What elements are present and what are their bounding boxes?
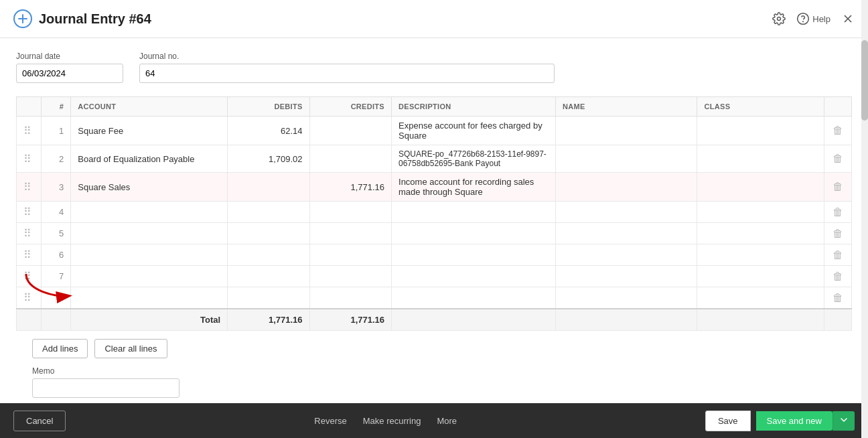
journal-no-input[interactable] — [139, 64, 555, 83]
delete-row-button[interactable]: 🗑 — [833, 292, 843, 303]
description-cell[interactable] — [392, 244, 556, 266]
drag-handle[interactable]: ⠿ — [17, 244, 42, 266]
class-cell[interactable] — [697, 266, 824, 287]
class-cell[interactable] — [697, 173, 824, 202]
credits-cell[interactable] — [309, 145, 391, 173]
journal-date-input[interactable] — [16, 64, 123, 83]
make-recurring-button[interactable]: Make recurring — [360, 416, 424, 426]
header-left: Journal Entry #64 — [13, 9, 151, 28]
memo-input[interactable] — [32, 378, 179, 398]
drag-handle[interactable]: ⠿ — [17, 117, 42, 145]
description-cell[interactable] — [392, 223, 556, 244]
account-cell[interactable] — [71, 202, 228, 223]
description-cell[interactable] — [392, 202, 556, 223]
debits-cell[interactable] — [228, 244, 309, 266]
scrollbar-thumb[interactable] — [861, 40, 868, 121]
save-button[interactable]: Save — [705, 411, 751, 431]
class-cell[interactable] — [697, 145, 824, 173]
delete-cell[interactable]: 🗑 — [824, 244, 851, 266]
drag-handle[interactable]: ⠿ — [17, 202, 42, 223]
credits-cell[interactable] — [309, 266, 391, 287]
drag-handle[interactable]: ⠿ — [17, 223, 42, 244]
credits-cell[interactable] — [309, 117, 391, 145]
description-cell[interactable]: Expense account for fees charged by Squa… — [392, 117, 556, 145]
debits-cell[interactable]: 62.14 — [228, 117, 309, 145]
account-cell[interactable] — [71, 223, 228, 244]
debits-cell[interactable] — [228, 202, 309, 223]
name-cell[interactable] — [555, 173, 697, 202]
help-button[interactable]: Help — [796, 12, 830, 25]
table-row: ⠿ 5 🗑 — [17, 223, 852, 244]
credits-cell[interactable] — [309, 244, 391, 266]
description-cell[interactable] — [392, 287, 556, 309]
delete-row-button[interactable]: 🗑 — [833, 271, 843, 282]
account-cell[interactable] — [71, 287, 228, 309]
settings-button[interactable] — [772, 12, 786, 25]
delete-cell[interactable]: 🗑 — [824, 173, 851, 202]
journal-no-label: Journal no. — [139, 52, 852, 61]
delete-row-button[interactable]: 🗑 — [833, 153, 843, 164]
delete-row-button[interactable]: 🗑 — [833, 249, 843, 261]
reverse-button[interactable]: Reverse — [311, 416, 349, 426]
drag-handle[interactable]: ⠿ — [17, 287, 42, 309]
class-cell[interactable] — [697, 244, 824, 266]
modal-container: Journal Entry #64 Help — [0, 0, 868, 438]
close-button[interactable] — [841, 12, 855, 25]
credits-cell[interactable]: 1,771.16 — [309, 173, 391, 202]
debits-cell[interactable]: 1,709.02 — [228, 145, 309, 173]
more-button[interactable]: More — [434, 416, 459, 426]
class-cell[interactable] — [697, 117, 824, 145]
delete-cell[interactable]: 🗑 — [824, 145, 851, 173]
name-cell[interactable] — [555, 223, 697, 244]
scrollbar-track[interactable] — [861, 0, 868, 438]
credits-cell[interactable] — [309, 287, 391, 309]
account-cell[interactable]: Board of Equalization Payable — [71, 145, 228, 173]
description-cell[interactable]: Income account for recording sales made … — [392, 173, 556, 202]
class-cell[interactable] — [697, 223, 824, 244]
delete-row-button[interactable]: 🗑 — [833, 228, 843, 239]
debits-cell[interactable] — [228, 173, 309, 202]
description-cell[interactable] — [392, 266, 556, 287]
delete-cell[interactable]: 🗑 — [824, 117, 851, 145]
credits-cell[interactable] — [309, 223, 391, 244]
svg-point-1 — [778, 17, 781, 21]
description-cell[interactable]: SQUARE-po_47726b68-2153-11ef-9897-06758d… — [392, 145, 556, 173]
clear-all-lines-button[interactable]: Clear all lines — [94, 339, 167, 358]
header-right: Help — [772, 12, 855, 25]
delete-row-button[interactable]: 🗑 — [833, 125, 843, 136]
account-cell[interactable] — [71, 244, 228, 266]
drag-handle[interactable]: ⠿ — [17, 266, 42, 287]
debits-cell[interactable] — [228, 223, 309, 244]
account-cell[interactable]: Square Fee — [71, 117, 228, 145]
debits-cell[interactable] — [228, 266, 309, 287]
name-cell[interactable] — [555, 266, 697, 287]
delete-row-button[interactable]: 🗑 — [833, 181, 843, 192]
account-cell[interactable]: Square Sales — [71, 173, 228, 202]
name-cell[interactable] — [555, 244, 697, 266]
delete-row-button[interactable]: 🗑 — [833, 206, 843, 218]
name-cell[interactable] — [555, 117, 697, 145]
class-cell[interactable] — [697, 202, 824, 223]
delete-cell[interactable]: 🗑 — [824, 202, 851, 223]
add-lines-button[interactable]: Add lines — [32, 339, 88, 358]
drag-handle[interactable]: ⠿ — [17, 145, 42, 173]
delete-cell[interactable]: 🗑 — [824, 287, 851, 309]
col-header-num: # — [41, 97, 71, 117]
debits-cell[interactable] — [228, 287, 309, 309]
name-cell[interactable] — [555, 287, 697, 309]
account-cell[interactable] — [71, 266, 228, 287]
drag-handle[interactable]: ⠿ — [17, 173, 42, 202]
delete-cell[interactable]: 🗑 — [824, 266, 851, 287]
row-num: 8 — [41, 287, 71, 309]
save-and-new-dropdown-button[interactable] — [833, 411, 855, 431]
name-cell[interactable] — [555, 145, 697, 173]
delete-cell[interactable]: 🗑 — [824, 223, 851, 244]
help-icon — [796, 12, 810, 25]
credits-cell[interactable] — [309, 202, 391, 223]
table-row: ⠿ 3 Square Sales 1,771.16 Income account… — [17, 173, 852, 202]
save-and-new-button[interactable]: Save and new — [756, 411, 833, 431]
name-cell[interactable] — [555, 202, 697, 223]
class-cell[interactable] — [697, 287, 824, 309]
memo-section: Memo — [16, 366, 852, 403]
cancel-button[interactable]: Cancel — [13, 411, 66, 431]
